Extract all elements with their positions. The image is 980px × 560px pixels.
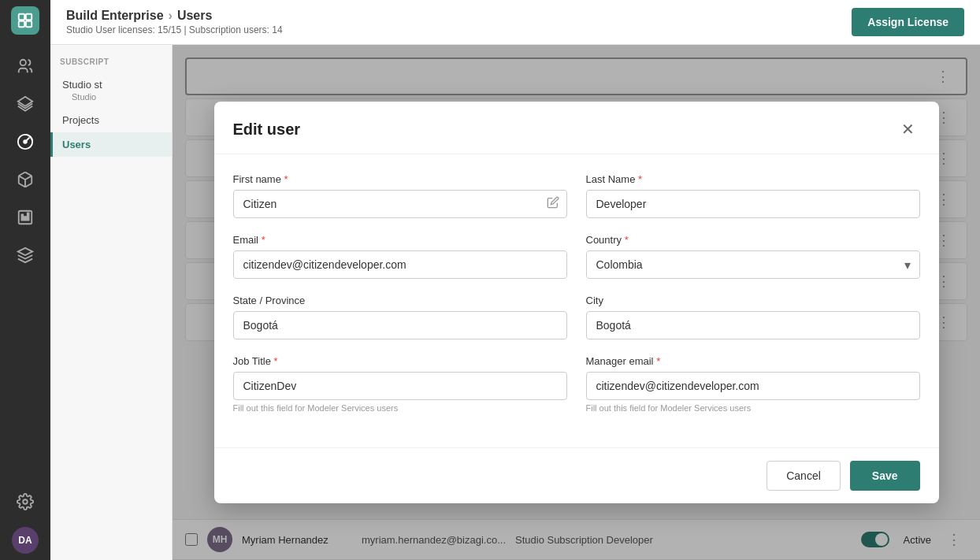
form-group-manager-email: Manager email * Fill out this field for … [586, 355, 920, 413]
city-label: City [586, 295, 920, 306]
sidebar-item-ai[interactable] [9, 239, 41, 271]
last-name-input[interactable] [586, 190, 920, 218]
sidebar-settings[interactable] [9, 486, 41, 517]
topbar-subtitle: Studio User licenses: 15/15 | Subscripti… [66, 24, 283, 35]
edit-icon [547, 196, 559, 212]
modal-overlay: Edit user ✕ First name * [173, 45, 980, 560]
sidebar: DA [0, 0, 50, 560]
manager-email-hint: Fill out this field for Modeler Services… [586, 403, 920, 413]
form-group-city: City [586, 295, 920, 339]
app-logo[interactable] [11, 6, 39, 35]
form-row-name: First name * [233, 173, 920, 218]
assign-license-button[interactable]: Assign License [852, 8, 964, 36]
form-group-country: Country * Colombia United States Mexico [586, 234, 920, 279]
content-area: ⋮ ⋮ ⋮ ⋮ ⋮ ⋮ ⋮ [173, 45, 980, 560]
state-input[interactable] [233, 311, 567, 339]
svg-rect-3 [26, 21, 32, 27]
form-row-email-country: Email * Country * [233, 234, 920, 279]
form-group-email: Email * [233, 234, 567, 279]
page-body: SUBSCRIPT Studio st Studio Projects User… [50, 45, 980, 560]
first-name-input[interactable] [233, 190, 567, 218]
form-group-last-name: Last Name * [586, 173, 920, 218]
country-select-wrapper: Colombia United States Mexico [586, 250, 920, 279]
user-avatar[interactable]: DA [12, 527, 39, 554]
job-title-label: Job Title * [233, 355, 567, 367]
form-group-state: State / Province [233, 295, 567, 339]
left-nav-item-studio[interactable]: Studio st Studio [50, 72, 172, 108]
country-select[interactable]: Colombia United States Mexico [586, 250, 920, 279]
city-input[interactable] [586, 311, 920, 339]
sidebar-item-users[interactable] [9, 50, 41, 82]
svg-rect-0 [19, 14, 24, 20]
state-label: State / Province [233, 295, 567, 306]
last-name-label: Last Name * [586, 173, 920, 185]
left-nav-section: SUBSCRIPT [50, 57, 172, 72]
left-nav-item-projects[interactable]: Projects [50, 108, 172, 132]
sidebar-item-cube[interactable] [9, 164, 41, 195]
svg-point-4 [20, 60, 26, 65]
cancel-button[interactable]: Cancel [767, 461, 841, 491]
save-button[interactable]: Save [850, 461, 920, 491]
form-row-job-manager: Job Title * Fill out this field for Mode… [233, 355, 920, 413]
svg-rect-2 [19, 21, 24, 27]
edit-user-modal: Edit user ✕ First name * [214, 102, 939, 503]
modal-body: First name * [214, 154, 939, 447]
svg-point-7 [24, 140, 27, 143]
manager-email-label: Manager email * [586, 355, 920, 367]
form-group-job-title: Job Title * Fill out this field for Mode… [233, 355, 567, 413]
modal-close-button[interactable]: ✕ [896, 117, 920, 141]
sidebar-item-analytics[interactable] [9, 126, 41, 158]
left-nav-item-users[interactable]: Users [50, 132, 172, 157]
modal-header: Edit user ✕ [214, 102, 939, 154]
form-row-state-city: State / Province City [233, 295, 920, 339]
job-title-input[interactable] [233, 372, 567, 400]
email-input[interactable] [233, 250, 567, 279]
topbar: Build Enterprise › Users Studio User lic… [50, 0, 980, 45]
manager-email-input[interactable] [586, 372, 920, 400]
job-title-hint: Fill out this field for Modeler Services… [233, 403, 567, 413]
breadcrumb-separator: › [169, 9, 173, 23]
main-content: Build Enterprise › Users Studio User lic… [50, 0, 980, 560]
breadcrumb-current: Users [177, 9, 212, 23]
sidebar-item-bi[interactable] [9, 202, 41, 233]
first-name-input-wrapper [233, 190, 567, 218]
country-label: Country * [586, 234, 920, 246]
modal-title: Edit user [233, 121, 301, 139]
topbar-left: Build Enterprise › Users Studio User lic… [66, 9, 283, 35]
modal-footer: Cancel Save [214, 447, 939, 503]
first-name-label: First name * [233, 173, 567, 185]
sidebar-item-layers[interactable] [9, 88, 41, 120]
breadcrumb-parent[interactable]: Build Enterprise [66, 9, 164, 23]
left-nav: SUBSCRIPT Studio st Studio Projects User… [50, 45, 173, 560]
svg-rect-1 [26, 14, 32, 20]
svg-point-10 [23, 499, 28, 504]
breadcrumb: Build Enterprise › Users [66, 9, 283, 23]
email-label: Email * [233, 234, 567, 246]
form-group-first-name: First name * [233, 173, 567, 218]
